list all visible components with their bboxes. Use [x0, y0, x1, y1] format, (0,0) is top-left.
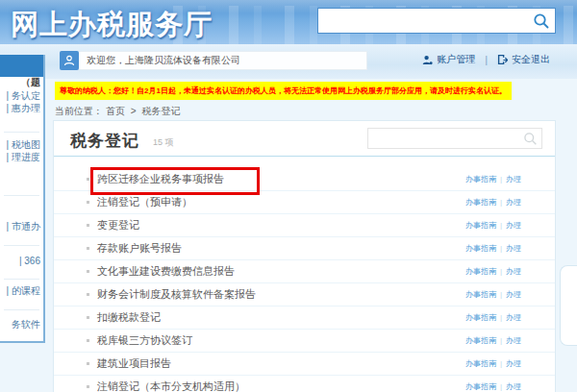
panel-search-input[interactable]: [372, 131, 520, 147]
item-title[interactable]: 注销登记（本市分支机构适用）: [97, 380, 245, 392]
handle-link[interactable]: 办理: [506, 266, 521, 277]
link-divider: |: [500, 290, 502, 299]
account-management-link[interactable]: 账户管理: [437, 53, 475, 66]
sidebar-item[interactable]: 的课程 |: [0, 284, 40, 298]
handle-link[interactable]: 办理: [506, 312, 521, 323]
breadcrumb: 当前位置：首页 > 税务登记: [55, 105, 183, 118]
item-title[interactable]: 建筑业项目报告: [97, 356, 171, 371]
page: 网上办税服务厅 欢迎您，上海隆贝流体设备有限公司: [0, 0, 577, 392]
account-icon: [422, 55, 433, 65]
guide-link[interactable]: 办事指南: [465, 197, 496, 208]
bullet-icon: [87, 293, 89, 296]
item-title[interactable]: 税库银三方协议签订: [97, 333, 192, 348]
handle-link[interactable]: 办理: [506, 220, 521, 231]
panel-search-icon[interactable]: [523, 132, 538, 146]
item-title[interactable]: 文化事业建设费缴费信息报告: [97, 264, 235, 279]
floating-widget[interactable]: [560, 265, 577, 346]
logout-icon: [497, 54, 508, 65]
left-sidebar-panel: 题） 务认定 | 惠办理 | 税地图 | 理进度 | 市通办 | 366 | 的…: [0, 55, 45, 343]
item-title[interactable]: 跨区迁移企业税务事项报告: [97, 172, 224, 186]
guide-link[interactable]: 办事指南: [465, 174, 496, 184]
handle-link[interactable]: 办理: [506, 174, 521, 184]
tax-registration-panel: 税务登记 15 项 跨区迁移企业税务事项报告 办事指南 | 办: [53, 120, 556, 392]
link-divider: |: [500, 313, 502, 322]
list-item: 财务会计制度及核算软件备案报告 办事指南 | 办理: [54, 283, 555, 306]
sidebar-item[interactable]: 惠办理 |: [0, 102, 40, 115]
handle-link[interactable]: 办理: [506, 289, 521, 300]
item-title[interactable]: 注销登记（预申请）: [97, 195, 192, 209]
sidebar-item[interactable]: 理进度 |: [0, 151, 40, 164]
search-icon[interactable]: [533, 12, 550, 30]
breadcrumb-current: 税务登记: [141, 106, 180, 116]
handle-link[interactable]: 办理: [506, 197, 521, 208]
link-divider: |: [500, 244, 502, 253]
guide-link[interactable]: 办事指南: [465, 243, 496, 254]
realname-notice-banner: 尊敬的纳税人：您好！自2月1日起，未通过实名认证的办税人员，将无法正常使用网上办…: [55, 82, 512, 100]
link-divider: |: [500, 175, 502, 184]
handle-link[interactable]: 办理: [506, 358, 521, 369]
list-item: 注销登记（本市分支机构适用） 办事指南 | 办理: [54, 376, 555, 392]
safe-logout-link[interactable]: 安全退出: [512, 53, 550, 66]
panel-title: 税务登记: [70, 130, 139, 152]
divider: [4, 195, 39, 196]
breadcrumb-separator: >: [131, 106, 137, 116]
bullet-icon: [87, 362, 89, 365]
header-search-input[interactable]: [322, 11, 528, 31]
sidebar-item[interactable]: 务软件: [0, 318, 40, 331]
sidebar-item[interactable]: 税地图 |: [0, 138, 40, 152]
bullet-icon: [87, 178, 89, 181]
link-divider: |: [500, 359, 502, 368]
handle-link[interactable]: 办理: [506, 243, 521, 254]
list-item: 变更登记 办事指南 | 办理: [54, 214, 555, 237]
link-divider: |: [500, 336, 502, 345]
link-divider: |: [500, 221, 502, 230]
guide-link[interactable]: 办事指南: [465, 358, 496, 369]
bullet-icon: [87, 385, 89, 388]
bullet-icon: [87, 339, 89, 342]
sidebar-header-block: [0, 55, 43, 77]
sidebar-item[interactable]: 市通办 |: [0, 220, 40, 233]
divider: [4, 245, 39, 246]
guide-link[interactable]: 办事指南: [465, 220, 496, 231]
bullet-icon: [87, 316, 89, 319]
welcome-message: 欢迎您，上海隆贝流体设备有限公司: [79, 51, 367, 70]
bullet-icon: [87, 270, 89, 273]
service-list: 跨区迁移企业税务事项报告 办事指南 | 办理 注销登记（预申请） 办事指南 | …: [54, 168, 555, 392]
link-divider: |: [500, 267, 502, 276]
site-title: 网上办税服务厅: [11, 6, 213, 44]
link-divider: |: [500, 198, 502, 207]
list-item: 税库银三方协议签订 办事指南 | 办理: [54, 330, 555, 353]
guide-link[interactable]: 办事指南: [465, 381, 496, 392]
user-bar: 欢迎您，上海隆贝流体设备有限公司 账户管理 | 安全退出: [0, 44, 577, 79]
sidebar-item[interactable]: 366 |: [0, 256, 40, 266]
item-title[interactable]: 存款账户账号报告: [97, 241, 182, 256]
divider: |: [485, 54, 488, 65]
handle-link[interactable]: 办理: [506, 335, 521, 346]
panel-search-box[interactable]: [367, 128, 542, 149]
sidebar-item[interactable]: 务认定 |: [0, 89, 40, 103]
breadcrumb-prefix: 当前位置：: [55, 106, 103, 116]
list-item: 存款账户账号报告 办事指南 | 办理: [54, 237, 555, 260]
header-search-box[interactable]: [317, 8, 556, 34]
guide-link[interactable]: 办事指南: [465, 335, 496, 346]
item-title[interactable]: 变更登记: [97, 218, 139, 233]
handle-link[interactable]: 办理: [506, 381, 521, 392]
divider: [4, 132, 39, 133]
guide-link[interactable]: 办事指南: [465, 289, 496, 300]
bullet-icon: [87, 247, 89, 250]
guide-link[interactable]: 办事指南: [465, 312, 496, 323]
list-item: 文化事业建设费缴费信息报告 办事指南 | 办理: [54, 260, 555, 283]
panel-header: 税务登记 15 项: [54, 121, 555, 157]
list-item: 扣缴税款登记 办事指南 | 办理: [54, 306, 555, 330]
breadcrumb-home-link[interactable]: 首页: [106, 106, 125, 116]
item-title[interactable]: 财务会计制度及核算软件备案报告: [97, 287, 256, 302]
item-title[interactable]: 扣缴税款登记: [97, 310, 161, 325]
divider: [4, 309, 39, 310]
sidebar-item[interactable]: 题）: [0, 76, 40, 89]
guide-link[interactable]: 办事指南: [465, 266, 496, 277]
bullet-icon: [87, 201, 89, 204]
list-item: 跨区迁移企业税务事项报告 办事指南 | 办理: [54, 168, 555, 191]
item-count-badge: 15 项: [153, 136, 174, 149]
bullet-icon: [87, 224, 89, 227]
divider: [4, 279, 39, 280]
